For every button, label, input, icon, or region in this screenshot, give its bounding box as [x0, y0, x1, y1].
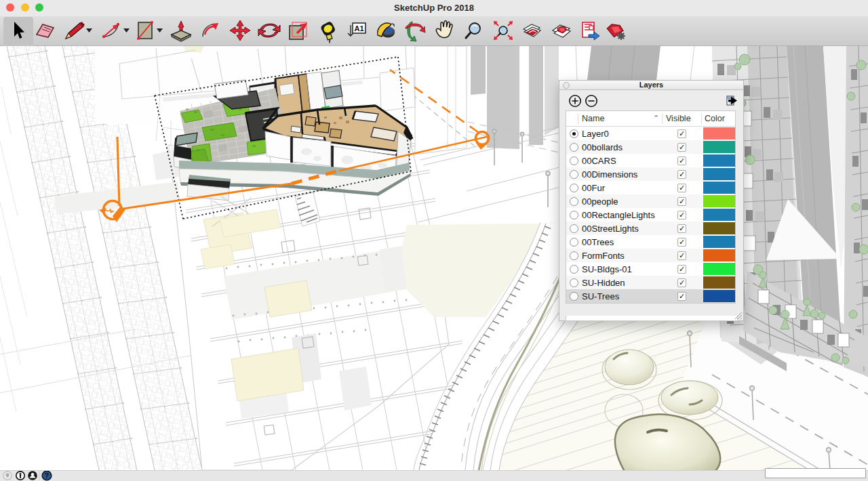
svg-text:A1: A1	[355, 24, 364, 33]
svg-text:?: ?	[45, 472, 50, 480]
